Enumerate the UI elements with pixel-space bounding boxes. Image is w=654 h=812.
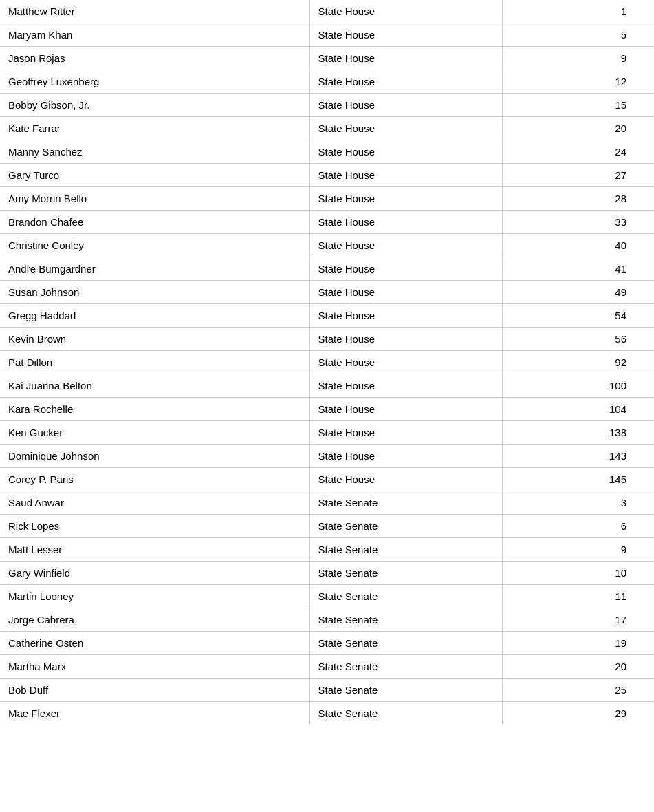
legislator-chamber: State Senate: [309, 655, 502, 679]
table-row: Bob Duff State Senate 25: [0, 679, 654, 702]
legislator-district: 145: [502, 468, 654, 491]
legislator-district: 6: [502, 515, 654, 538]
table-row: Christine Conley State House 40: [0, 234, 654, 257]
legislator-name: Gregg Haddad: [0, 304, 309, 328]
legislator-district: 27: [502, 164, 654, 187]
legislator-district: 9: [502, 538, 654, 562]
legislator-chamber: State House: [309, 398, 502, 421]
legislator-district: 17: [502, 608, 654, 632]
legislator-district: 143: [502, 445, 654, 468]
table-row: Martha Marx State Senate 20: [0, 655, 654, 679]
legislator-name: Maryam Khan: [0, 23, 309, 47]
legislator-chamber: State House: [309, 257, 502, 281]
legislator-chamber: State House: [309, 328, 502, 351]
legislator-chamber: State House: [309, 117, 502, 140]
legislator-name: Ken Gucker: [0, 421, 309, 445]
legislator-district: 100: [502, 374, 654, 398]
legislator-name: Corey P. Paris: [0, 468, 309, 491]
legislator-chamber: State Senate: [309, 679, 502, 702]
table-row: Amy Morrin Bello State House 28: [0, 187, 654, 211]
legislator-district: 20: [502, 117, 654, 140]
legislator-chamber: State Senate: [309, 538, 502, 562]
legislator-name: Rick Lopes: [0, 515, 309, 538]
legislator-name: Mae Flexer: [0, 702, 309, 725]
legislator-chamber: State Senate: [309, 515, 502, 538]
legislator-name: Saud Anwar: [0, 491, 309, 515]
table-row: Matt Lesser State Senate 9: [0, 538, 654, 562]
legislator-district: 15: [502, 94, 654, 117]
legislator-district: 28: [502, 187, 654, 211]
legislator-district: 41: [502, 257, 654, 281]
legislator-chamber: State House: [309, 94, 502, 117]
table-row: Manny Sanchez State House 24: [0, 140, 654, 164]
legislator-name: Gary Winfield: [0, 562, 309, 585]
table-row: Maryam Khan State House 5: [0, 23, 654, 47]
table-row: Saud Anwar State Senate 3: [0, 491, 654, 515]
table-row: Mae Flexer State Senate 29: [0, 702, 654, 725]
legislator-chamber: State House: [309, 23, 502, 47]
legislator-chamber: State House: [309, 211, 502, 234]
table-row: Kate Farrar State House 20: [0, 117, 654, 140]
legislator-district: 20: [502, 655, 654, 679]
legislator-name: Amy Morrin Bello: [0, 187, 309, 211]
legislator-name: Kai Juanna Belton: [0, 374, 309, 398]
legislator-name: Brandon Chafee: [0, 211, 309, 234]
table-row: Kai Juanna Belton State House 100: [0, 374, 654, 398]
legislator-name: Jason Rojas: [0, 47, 309, 70]
legislator-district: 54: [502, 304, 654, 328]
table-row: Gary Winfield State Senate 10: [0, 562, 654, 585]
table-row: Corey P. Paris State House 145: [0, 468, 654, 491]
table-row: Gary Turco State House 27: [0, 164, 654, 187]
table-row: Jorge Cabrera State Senate 17: [0, 608, 654, 632]
legislator-name: Susan Johnson: [0, 281, 309, 304]
legislator-district: 12: [502, 70, 654, 94]
table-row: Gregg Haddad State House 54: [0, 304, 654, 328]
table-row: Kara Rochelle State House 104: [0, 398, 654, 421]
legislator-chamber: State House: [309, 304, 502, 328]
legislator-chamber: State Senate: [309, 608, 502, 632]
table-row: Dominique Johnson State House 143: [0, 445, 654, 468]
legislator-district: 1: [502, 0, 654, 23]
legislator-name: Geoffrey Luxenberg: [0, 70, 309, 94]
table-row: Rick Lopes State Senate 6: [0, 515, 654, 538]
legislator-name: Kate Farrar: [0, 117, 309, 140]
legislator-name: Kevin Brown: [0, 328, 309, 351]
legislator-district: 24: [502, 140, 654, 164]
legislator-district: 49: [502, 281, 654, 304]
legislator-name: Martin Looney: [0, 585, 309, 608]
table-row: Pat Dillon State House 92: [0, 351, 654, 374]
legislator-district: 11: [502, 585, 654, 608]
legislator-chamber: State House: [309, 281, 502, 304]
legislator-chamber: State Senate: [309, 702, 502, 725]
table-row: Jason Rojas State House 9: [0, 47, 654, 70]
legislator-district: 10: [502, 562, 654, 585]
legislator-district: 3: [502, 491, 654, 515]
table-row: Bobby Gibson, Jr. State House 15: [0, 94, 654, 117]
legislator-name: Matt Lesser: [0, 538, 309, 562]
legislator-chamber: State House: [309, 351, 502, 374]
table-row: Catherine Osten State Senate 19: [0, 632, 654, 655]
legislator-chamber: State Senate: [309, 491, 502, 515]
legislator-chamber: State House: [309, 445, 502, 468]
legislator-district: 9: [502, 47, 654, 70]
table-row: Andre Bumgardner State House 41: [0, 257, 654, 281]
legislator-name: Bob Duff: [0, 679, 309, 702]
legislator-name: Martha Marx: [0, 655, 309, 679]
table-row: Susan Johnson State House 49: [0, 281, 654, 304]
legislator-chamber: State House: [309, 47, 502, 70]
legislator-chamber: State House: [309, 70, 502, 94]
table-row: Matthew Ritter State House 1: [0, 0, 654, 23]
legislator-chamber: State Senate: [309, 562, 502, 585]
legislator-name: Catherine Osten: [0, 632, 309, 655]
legislator-district: 19: [502, 632, 654, 655]
table-row: Kevin Brown State House 56: [0, 328, 654, 351]
legislator-chamber: State House: [309, 374, 502, 398]
legislator-name: Dominique Johnson: [0, 445, 309, 468]
legislators-table: Matthew Ritter State House 1 Maryam Khan…: [0, 0, 654, 725]
legislator-district: 104: [502, 398, 654, 421]
legislator-district: 33: [502, 211, 654, 234]
table-row: Brandon Chafee State House 33: [0, 211, 654, 234]
legislator-chamber: State House: [309, 468, 502, 491]
legislator-chamber: State House: [309, 421, 502, 445]
legislator-name: Pat Dillon: [0, 351, 309, 374]
